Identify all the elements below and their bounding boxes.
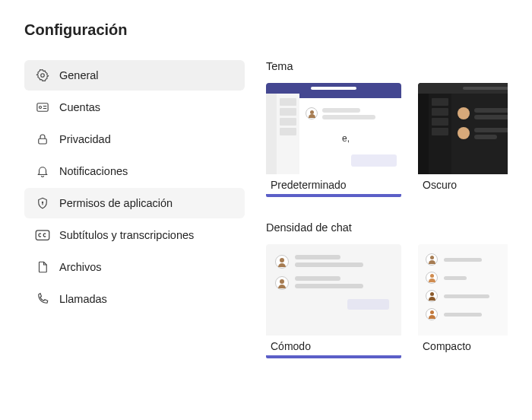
density-section-title: Densidad de chat — [266, 221, 508, 234]
theme-preview-dark — [418, 83, 508, 174]
page-title: Configuración — [24, 21, 508, 39]
sidebar-item-calls[interactable]: Llamadas — [24, 284, 245, 314]
svg-rect-8 — [36, 231, 49, 240]
sidebar-item-label: General — [59, 69, 99, 81]
gear-icon — [35, 68, 50, 83]
density-preview-compact — [418, 244, 508, 336]
sidebar-item-app-permissions[interactable]: Permisos de aplicación — [24, 188, 245, 218]
lock-icon — [35, 132, 50, 147]
svg-point-2 — [40, 107, 42, 109]
cc-icon — [35, 228, 50, 243]
density-option-label: Compacto — [418, 336, 508, 355]
density-preview-comfy — [266, 244, 401, 336]
sidebar-item-files[interactable]: Archivos — [24, 252, 245, 282]
shield-icon — [35, 196, 50, 211]
bell-icon — [35, 164, 50, 179]
theme-option-default[interactable]: e, Predeterminado — [266, 83, 401, 197]
file-icon — [35, 259, 50, 275]
sidebar-item-label: Cuentas — [59, 101, 100, 113]
sidebar-item-label: Subtítulos y transcripciones — [59, 229, 194, 241]
theme-option-label: Predeterminado — [266, 174, 401, 194]
sidebar-item-label: Llamadas — [59, 293, 107, 305]
preview-text: e, — [342, 133, 350, 144]
phone-icon — [35, 291, 50, 307]
theme-section-title: Tema — [266, 60, 508, 72]
density-option-compact[interactable]: Compacto — [418, 244, 508, 358]
settings-sidebar: General Cuentas — [24, 60, 245, 383]
sidebar-item-privacy[interactable]: Privacidad — [24, 124, 245, 154]
sidebar-item-label: Privacidad — [59, 133, 111, 145]
sidebar-item-label: Archivos — [59, 261, 102, 273]
sidebar-item-captions[interactable]: Subtítulos y transcripciones — [24, 220, 245, 250]
density-option-label: Cómodo — [266, 336, 401, 355]
sidebar-item-label: Notificaciones — [59, 165, 128, 177]
svg-point-6 — [42, 202, 43, 202]
svg-rect-5 — [39, 138, 47, 144]
theme-option-dark[interactable]: Oscuro — [418, 83, 508, 197]
sidebar-item-general[interactable]: General — [24, 60, 245, 91]
sidebar-item-notifications[interactable]: Notificaciones — [24, 156, 245, 186]
theme-preview-default: e, — [266, 83, 401, 174]
theme-option-label: Oscuro — [418, 174, 508, 194]
sidebar-item-label: Permisos de aplicación — [59, 197, 173, 209]
accounts-icon — [35, 100, 50, 115]
sidebar-item-accounts[interactable]: Cuentas — [24, 92, 245, 123]
settings-main: Tema — [266, 60, 508, 383]
density-option-comfy[interactable]: Cómodo — [266, 244, 401, 358]
svg-point-0 — [41, 74, 45, 78]
